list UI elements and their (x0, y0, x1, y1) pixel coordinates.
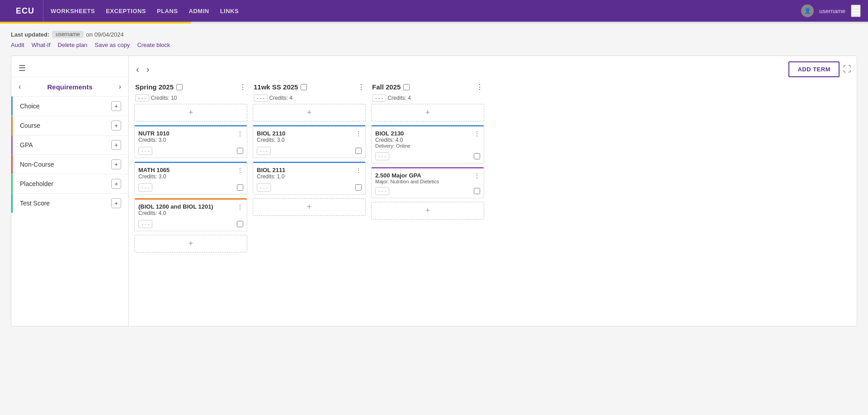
term-spring-2025-checkbox[interactable] (176, 84, 183, 90)
course-card-math-1065: MATH 1065 Credits: 3.0 ⋮ - - - (134, 162, 247, 195)
course-math-1065-credits: Credits: 3.0 (138, 173, 170, 180)
add-course-11wk-ss-2025-top[interactable]: + (253, 104, 366, 121)
nav-links-item[interactable]: LINKS (220, 8, 239, 14)
sidebar-menu-icon[interactable]: ☰ (11, 60, 128, 77)
term-fall-2025-title: Fall 2025 (372, 83, 401, 91)
course-biol-2110-status: - - - (257, 147, 271, 155)
terms-prev-button[interactable]: ‹ (134, 62, 141, 76)
term-spring-2025-credits-badge: - - - (135, 94, 149, 102)
term-fall-2025-more[interactable]: ⋮ (476, 83, 483, 91)
course-biol-2130-checkbox[interactable] (474, 153, 480, 159)
nav-worksheets[interactable]: WORKSHEETS (51, 8, 95, 14)
create-block-link[interactable]: Create block (137, 42, 170, 48)
req-item-non-course[interactable]: Non-Course + (11, 154, 128, 174)
requirements-sidebar: ☰ ‹ Requirements › Choice + Course + GPA… (11, 56, 129, 326)
course-biol-2110-more[interactable]: ⋮ (355, 130, 362, 137)
gpa-major-more[interactable]: ⋮ (474, 172, 480, 179)
nav-links: WORKSHEETS EXCEPTIONS PLANS ADMIN LINKS (51, 8, 801, 14)
course-biol-2130-status: - - - (375, 152, 389, 160)
audit-link[interactable]: Audit (11, 42, 24, 48)
course-card-biol-2110-header: BIOL 2110 Credits: 3.0 ⋮ (253, 126, 365, 145)
req-add-test-score[interactable]: + (111, 198, 121, 208)
req-item-choice[interactable]: Choice + (11, 96, 128, 116)
req-add-choice[interactable]: + (111, 101, 121, 111)
term-spring-2025-title: Spring 2025 (135, 83, 174, 91)
term-spring-2025: Spring 2025 ⋮ - - - Credits: 10 + (134, 83, 247, 256)
req-add-gpa[interactable]: + (111, 140, 121, 150)
req-item-choice-label: Choice (20, 103, 40, 110)
delete-plan-link[interactable]: Delete plan (58, 42, 88, 48)
username-display: username (819, 8, 845, 14)
add-course-11wk-ss-2025-bottom[interactable]: + (253, 198, 366, 216)
add-course-fall-2025-top[interactable]: + (371, 104, 484, 121)
term-fall-2025-checkbox[interactable] (403, 84, 410, 90)
course-biol-1200-status: - - - (138, 220, 152, 228)
term-11wk-ss-2025-more[interactable]: ⋮ (358, 83, 365, 91)
req-item-course[interactable]: Course + (11, 116, 128, 135)
req-add-placeholder[interactable]: + (111, 179, 121, 189)
main-container: Last updated: username on 09/04/2024 Aud… (0, 23, 868, 334)
add-course-spring-2025-bottom[interactable]: + (134, 235, 247, 252)
course-card-biol-2130-header: BIOL 2130 Credits: 4.0 Delivery: Online … (372, 126, 484, 150)
course-card-nutr-1010-header: NUTR 1010 Credits: 3.0 ⋮ (135, 126, 247, 145)
terms-next-button[interactable]: › (145, 62, 151, 76)
nav-plans[interactable]: PLANS (157, 8, 178, 14)
course-biol-2111-more[interactable]: ⋮ (355, 167, 362, 174)
course-card-biol-2130: BIOL 2130 Credits: 4.0 Delivery: Online … (371, 125, 484, 163)
req-add-non-course[interactable]: + (111, 159, 121, 169)
add-course-fall-2025-bottom[interactable]: + (371, 202, 484, 219)
save-as-copy-link[interactable]: Save as copy (94, 42, 130, 48)
course-card-biol-1200-header: (BIOL 1200 and BIOL 1201) Credits: 4.0 ⋮ (135, 200, 247, 218)
course-biol-2111-info: BIOL 2111 Credits: 1.0 (257, 167, 285, 180)
req-add-course[interactable]: + (111, 121, 121, 131)
gpa-card-major-header: 2.500 Major GPA Major: Nutrition and Die… (372, 168, 484, 185)
add-term-button[interactable]: ADD TERM (788, 61, 840, 77)
terms-navigation: ‹ › (134, 62, 151, 76)
course-nutr-1010-more[interactable]: ⋮ (237, 130, 243, 137)
logo: ECU (7, 0, 43, 22)
nav-exceptions[interactable]: EXCEPTIONS (106, 8, 146, 14)
req-item-test-score[interactable]: Test Score + (11, 193, 128, 213)
logo-text: ECU (16, 6, 34, 16)
course-nutr-1010-status: - - - (138, 147, 152, 155)
action-links: Audit What-If Delete plan Save as copy C… (11, 42, 857, 48)
last-updated-row: Last updated: username on 09/04/2024 (11, 31, 857, 38)
gpa-major-footer: - - - (372, 185, 484, 198)
course-biol-1200-checkbox[interactable] (237, 221, 243, 227)
terms-area: ‹ › ADD TERM ⛶ Spring 2025 (129, 56, 857, 326)
course-biol-2110-checkbox[interactable] (355, 148, 362, 154)
course-biol-1200-footer: - - - (135, 218, 247, 231)
course-card-biol-2110: BIOL 2110 Credits: 3.0 ⋮ - - - (253, 125, 366, 158)
course-biol-2111-credits: Credits: 1.0 (257, 173, 285, 180)
course-math-1065-checkbox[interactable] (237, 184, 243, 191)
req-next-button[interactable]: › (119, 83, 121, 91)
course-biol-1200-more[interactable]: ⋮ (237, 203, 243, 210)
course-biol-2130-more[interactable]: ⋮ (474, 130, 480, 137)
course-math-1065-more[interactable]: ⋮ (237, 167, 243, 174)
course-math-1065-status: - - - (138, 183, 152, 191)
course-biol-1200-info: (BIOL 1200 and BIOL 1201) Credits: 4.0 (138, 203, 213, 216)
term-11wk-ss-2025-checkbox[interactable] (301, 84, 307, 90)
course-nutr-1010-checkbox[interactable] (237, 148, 243, 154)
what-if-link[interactable]: What-If (32, 42, 51, 48)
course-biol-2110-info: BIOL 2110 Credits: 3.0 (257, 130, 285, 143)
course-card-math-1065-header: MATH 1065 Credits: 3.0 ⋮ (135, 163, 247, 182)
course-biol-2110-credits: Credits: 3.0 (257, 137, 285, 143)
course-math-1065-info: MATH 1065 Credits: 3.0 (138, 167, 170, 180)
gpa-major-status: - - - (375, 187, 389, 195)
menu-button[interactable]: ☰ (851, 5, 861, 17)
term-spring-2025-header: Spring 2025 ⋮ (134, 83, 247, 91)
req-item-placeholder[interactable]: Placeholder + (11, 174, 128, 193)
req-item-gpa[interactable]: GPA + (11, 135, 128, 154)
term-fall-2025-title-area: Fall 2025 (372, 83, 410, 91)
term-spring-2025-more[interactable]: ⋮ (239, 83, 246, 91)
course-biol-2130-delivery: Delivery: Online (375, 143, 410, 149)
add-course-spring-2025-top[interactable]: + (134, 104, 247, 121)
course-nutr-1010-name: NUTR 1010 (138, 130, 170, 137)
nav-admin[interactable]: ADMIN (189, 8, 209, 14)
gpa-major-checkbox[interactable] (474, 188, 480, 194)
expand-button[interactable]: ⛶ (843, 65, 851, 74)
req-item-placeholder-label: Placeholder (20, 180, 53, 187)
course-biol-2111-checkbox[interactable] (355, 184, 362, 191)
req-prev-button[interactable]: ‹ (19, 83, 21, 91)
